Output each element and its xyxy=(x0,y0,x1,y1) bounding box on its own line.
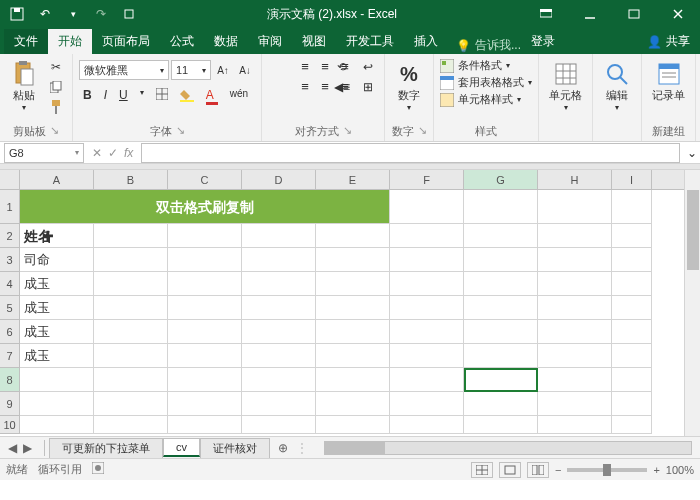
cell[interactable] xyxy=(94,224,168,248)
cell[interactable] xyxy=(168,368,242,392)
sheet-tab-1[interactable]: 可更新的下拉菜单 xyxy=(49,438,163,458)
scroll-thumb[interactable] xyxy=(687,190,699,270)
cell[interactable] xyxy=(612,416,652,434)
col-A[interactable]: A xyxy=(20,170,94,189)
cell[interactable] xyxy=(390,190,464,224)
touch-mode-icon[interactable] xyxy=(118,3,140,25)
row-7[interactable]: 7 xyxy=(0,344,20,368)
cell[interactable] xyxy=(464,344,538,368)
tab-home[interactable]: 开始 xyxy=(48,29,92,54)
zoom-level[interactable]: 100% xyxy=(666,464,694,476)
cell[interactable] xyxy=(242,344,316,368)
cell[interactable] xyxy=(538,368,612,392)
cell[interactable] xyxy=(612,344,652,368)
number-launcher-icon[interactable]: ↘ xyxy=(418,124,427,139)
cell[interactable] xyxy=(20,368,94,392)
increase-font-icon[interactable]: A↑ xyxy=(213,61,233,79)
cell[interactable] xyxy=(168,296,242,320)
cell[interactable] xyxy=(316,224,390,248)
cell[interactable] xyxy=(242,296,316,320)
cell[interactable] xyxy=(94,272,168,296)
cell[interactable] xyxy=(538,392,612,416)
row-5[interactable]: 5 xyxy=(0,296,20,320)
cell[interactable] xyxy=(168,272,242,296)
cell[interactable] xyxy=(612,272,652,296)
ribbon-options-icon[interactable] xyxy=(524,0,568,28)
row-9[interactable]: 9 xyxy=(0,392,20,416)
cell[interactable] xyxy=(612,224,652,248)
row-6[interactable]: 6 xyxy=(0,320,20,344)
cell[interactable] xyxy=(168,320,242,344)
qat-dropdown-icon[interactable]: ▾ xyxy=(62,3,84,25)
cell[interactable] xyxy=(316,272,390,296)
col-H[interactable]: H xyxy=(538,170,612,189)
save-icon[interactable] xyxy=(6,3,28,25)
cell[interactable] xyxy=(242,392,316,416)
name-box[interactable]: G8▾ xyxy=(4,143,84,163)
fx-icon[interactable]: fx xyxy=(124,146,133,160)
row-3[interactable]: 3 xyxy=(0,248,20,272)
scroll-thumb[interactable] xyxy=(325,442,385,454)
tab-view[interactable]: 视图 xyxy=(292,29,336,54)
record-form-button[interactable]: 记录单 xyxy=(648,58,689,105)
cell[interactable] xyxy=(390,368,464,392)
cell[interactable] xyxy=(94,416,168,434)
col-F[interactable]: F xyxy=(390,170,464,189)
cell[interactable] xyxy=(538,190,612,224)
cell[interactable] xyxy=(464,190,538,224)
cell[interactable] xyxy=(390,416,464,434)
tab-review[interactable]: 审阅 xyxy=(248,29,292,54)
zoom-slider[interactable] xyxy=(567,468,647,472)
cell[interactable] xyxy=(390,344,464,368)
cell[interactable] xyxy=(316,248,390,272)
format-painter-icon[interactable] xyxy=(46,98,66,116)
cell[interactable] xyxy=(168,416,242,434)
cell-A3[interactable]: 司命 xyxy=(20,248,94,272)
merged-title-cell[interactable]: 双击格式刷复制 xyxy=(20,190,390,224)
horizontal-scrollbar[interactable] xyxy=(324,441,692,455)
minimize-icon[interactable] xyxy=(568,0,612,28)
fill-color-icon[interactable] xyxy=(176,86,198,107)
decrease-font-icon[interactable]: A↓ xyxy=(235,61,255,79)
zoom-in-icon[interactable]: + xyxy=(653,464,659,476)
indent-decrease-icon[interactable]: ◀≡ xyxy=(332,78,352,96)
bold-button[interactable]: B xyxy=(79,86,96,107)
cell[interactable] xyxy=(168,248,242,272)
font-size-combo[interactable]: 11▾ xyxy=(171,60,211,80)
cell-style-button[interactable]: 单元格样式▾ xyxy=(440,92,532,107)
tab-login[interactable]: 登录 xyxy=(521,29,565,54)
cell[interactable] xyxy=(464,416,538,434)
macro-record-icon[interactable] xyxy=(92,462,104,477)
cell[interactable] xyxy=(94,344,168,368)
sheet-tab-2[interactable]: cv xyxy=(163,438,200,457)
border-icon[interactable] xyxy=(152,86,172,107)
vertical-scrollbar[interactable] xyxy=(684,170,700,436)
cell[interactable] xyxy=(612,296,652,320)
col-C[interactable]: C xyxy=(168,170,242,189)
orientation-icon[interactable]: ⟲ xyxy=(332,58,352,76)
editing-button[interactable]: 编辑 ▾ xyxy=(599,58,635,114)
cell[interactable] xyxy=(538,224,612,248)
clipboard-launcher-icon[interactable]: ↘ xyxy=(50,124,59,139)
row-4[interactable]: 4 xyxy=(0,272,20,296)
cell[interactable] xyxy=(538,272,612,296)
cell[interactable] xyxy=(464,272,538,296)
col-D[interactable]: D xyxy=(242,170,316,189)
cell[interactable] xyxy=(464,320,538,344)
tab-dev[interactable]: 开发工具 xyxy=(336,29,404,54)
enter-formula-icon[interactable]: ✓ xyxy=(108,146,118,160)
cell[interactable] xyxy=(242,320,316,344)
row-2[interactable]: 2 xyxy=(0,224,20,248)
phonetic-icon[interactable]: wén xyxy=(226,86,252,107)
cell[interactable] xyxy=(316,320,390,344)
cell[interactable] xyxy=(316,344,390,368)
cell[interactable] xyxy=(242,224,316,248)
cell[interactable] xyxy=(94,320,168,344)
paste-button[interactable]: 粘贴 ▾ xyxy=(6,58,42,116)
font-name-combo[interactable]: 微软雅黑▾ xyxy=(79,60,169,80)
cell-A5[interactable]: 成玉 xyxy=(20,296,94,320)
chevron-down-icon[interactable]: ▾ xyxy=(136,86,148,107)
undo-icon[interactable]: ↶ xyxy=(34,3,56,25)
tell-me[interactable]: 💡告诉我... xyxy=(456,37,521,54)
cell[interactable] xyxy=(316,392,390,416)
